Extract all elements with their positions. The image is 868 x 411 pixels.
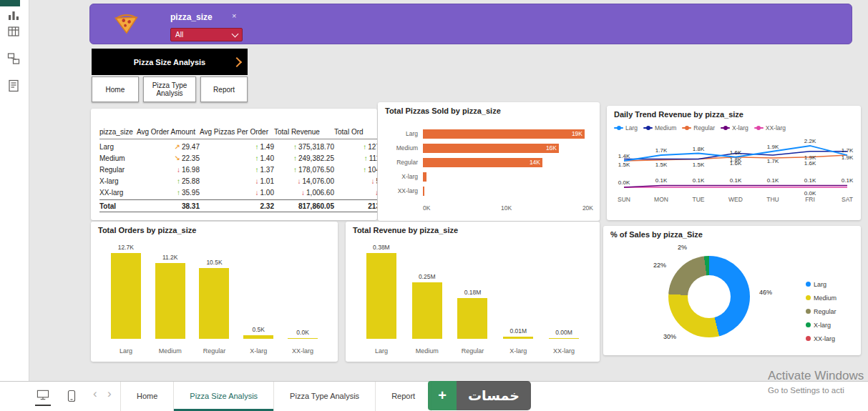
- page-tab-pizza-type-analysis[interactable]: Pizza Type Analysis: [274, 382, 376, 411]
- page-tab-pizza-size-analysis[interactable]: Pizza Size Analysis: [174, 382, 274, 411]
- legend-item-xx-larg[interactable]: XX-larg: [806, 332, 837, 345]
- bar-value-label: 10.5K: [206, 259, 222, 266]
- data-label: 1.9K: [842, 154, 854, 161]
- column-header[interactable]: pizza_size: [99, 128, 137, 136]
- table-row-larg[interactable]: Larg↗29.47↑1.49↑375,318.70↑127: [99, 141, 377, 152]
- trend-arrow-icon: ↑: [293, 166, 297, 174]
- data-label: 1.9K: [767, 144, 779, 150]
- trend-arrow-icon: ↑: [363, 143, 366, 151]
- window-corner-accent: [0, 0, 20, 6]
- data-label: 0.0K: [618, 179, 630, 186]
- total-revenue-visual: Total Revenue by pizza_size 0.38M0.25M0.…: [346, 222, 600, 362]
- table-row-x-larg[interactable]: X-larg↑25.88↓1.01↓14,076.00↓5: [99, 175, 377, 187]
- bar-larg[interactable]: [111, 253, 141, 339]
- bar-regular[interactable]: [199, 268, 229, 339]
- chevron-right-icon[interactable]: [232, 56, 242, 66]
- table-cell: ↓14,076.00: [274, 177, 334, 185]
- line-plot: SUNMONTUEWEDTHUFRISAT1.4K1.7K1.8K1.6K1.9…: [611, 136, 854, 204]
- bar-xx-larg[interactable]: [423, 187, 424, 196]
- vbar-slot-xx-larg: 0.00M: [541, 329, 587, 339]
- cell-value: 29.47: [182, 143, 200, 151]
- column-header[interactable]: Total Revenue: [274, 128, 334, 136]
- desktop-view-icon[interactable]: [34, 389, 52, 406]
- bar-regular[interactable]: 14K: [423, 158, 542, 167]
- data-label: 2.2K: [804, 138, 816, 144]
- table-cell: ↑249,382.25: [274, 154, 334, 162]
- slicer-clear-icon[interactable]: ×: [232, 11, 236, 20]
- data-label: 0.1K: [842, 177, 854, 184]
- page-tab-report[interactable]: Report: [376, 382, 431, 411]
- vbar-slot-x-larg: 0.01M: [495, 327, 541, 339]
- nav-button-pizza-type-analysis[interactable]: Pizza Type Analysis: [143, 76, 196, 102]
- model-view-icon[interactable]: [6, 51, 22, 67]
- bar-value-label: 0.0K: [296, 329, 309, 336]
- table-cell: ↑104: [334, 166, 377, 174]
- dax-query-view-icon[interactable]: [6, 79, 22, 94]
- activate-windows-line1: Activate Windows: [768, 369, 864, 383]
- nav-button-report[interactable]: Report: [200, 76, 248, 102]
- table-cell: ↑1.49: [200, 143, 274, 151]
- trend-arrow-icon: ↑: [255, 143, 259, 151]
- hbar-row-regular: Regular14K: [385, 155, 594, 169]
- cell-value: 35.95: [182, 189, 200, 197]
- activate-windows-overlay: Activate Windows Go to Settings to acti: [768, 369, 864, 395]
- legend-marker-icon: [614, 127, 623, 129]
- table-row-medium[interactable]: Medium↘22.35↑1.40↑249,382.25↑111: [99, 152, 377, 164]
- legend-marker-icon: [682, 127, 691, 129]
- bar-track: 16K: [423, 144, 593, 153]
- legend-item-regular[interactable]: Regular: [682, 124, 715, 132]
- legend-item-medium[interactable]: Medium: [806, 291, 837, 304]
- bar-value-label: 11.2K: [162, 254, 178, 261]
- category-label: X-larg: [495, 347, 541, 355]
- bar-medium[interactable]: [155, 263, 185, 339]
- table-row-regular[interactable]: Regular↓16.98↑1.37↑178,076.50↑104: [99, 164, 377, 175]
- bar-x-larg[interactable]: [423, 172, 426, 182]
- page-tab-home[interactable]: Home: [120, 382, 174, 411]
- table-row-total[interactable]: Total38.312.32817,860.05213: [99, 199, 377, 212]
- bar-x-larg[interactable]: [503, 337, 533, 339]
- legend-item-larg[interactable]: Larg: [806, 277, 837, 291]
- cell-value: 5: [376, 177, 377, 185]
- data-label: 1.8K: [693, 146, 705, 152]
- legend-item-regular[interactable]: Regular: [806, 304, 837, 318]
- report-view-icon[interactable]: [6, 9, 22, 24]
- legend-bullet-icon: [806, 282, 811, 287]
- bar-xx-larg[interactable]: [549, 338, 579, 339]
- legend-label: X-larg: [814, 322, 831, 329]
- page-nav-prev-icon[interactable]: ‹: [93, 387, 97, 401]
- vbar-slot-regular: 10.5K: [192, 259, 237, 339]
- bar-larg[interactable]: 19K: [423, 129, 585, 139]
- tab-label: Home: [137, 392, 157, 400]
- legend-item-x-larg[interactable]: X-larg: [721, 124, 748, 132]
- slice-label-regular: 22%: [653, 262, 666, 269]
- legend-item-larg[interactable]: Larg: [614, 124, 638, 132]
- nav-button-home[interactable]: Home: [92, 76, 139, 102]
- legend-item-x-larg[interactable]: X-larg: [806, 318, 837, 332]
- data-label: 1.5K: [655, 162, 668, 168]
- table-cell: ↑1.40: [200, 154, 274, 162]
- bar-track: 14K: [423, 158, 593, 167]
- bar-x-larg[interactable]: [243, 335, 273, 339]
- donut-hole: [688, 275, 731, 318]
- column-header[interactable]: Total Ord: [334, 128, 377, 136]
- bar-regular[interactable]: [457, 298, 487, 339]
- total-orders-visual: Total Orders by pizza_size 12.7K11.2K10.…: [91, 222, 338, 362]
- data-label: 1.7K: [842, 147, 854, 154]
- column-header[interactable]: Avg Order Amount: [137, 128, 200, 136]
- activate-windows-line2: Go to Settings to acti: [768, 386, 864, 395]
- legend-item-xx-larg[interactable]: XX-larg: [754, 124, 786, 132]
- trend-arrow-icon: ↓: [255, 189, 259, 197]
- bar-medium[interactable]: [412, 282, 442, 339]
- table-row-xx-larg[interactable]: XX-larg↑35.95↓1.00↓1,006.60↓: [99, 187, 377, 198]
- legend-item-medium[interactable]: Medium: [643, 124, 676, 132]
- page-nav-next-icon[interactable]: ›: [107, 387, 112, 401]
- mobile-view-icon[interactable]: [63, 390, 80, 405]
- bar-medium[interactable]: 16K: [423, 144, 559, 153]
- column-header[interactable]: Avg Pizzas Per Order: [200, 128, 274, 136]
- slicer-dropdown[interactable]: All: [170, 28, 243, 41]
- data-view-icon[interactable]: [6, 24, 22, 40]
- bar-larg[interactable]: [366, 253, 396, 339]
- table-cell: ↓5: [334, 177, 377, 185]
- bar-xx-larg[interactable]: [288, 338, 318, 339]
- legend-label: X-larg: [732, 124, 748, 132]
